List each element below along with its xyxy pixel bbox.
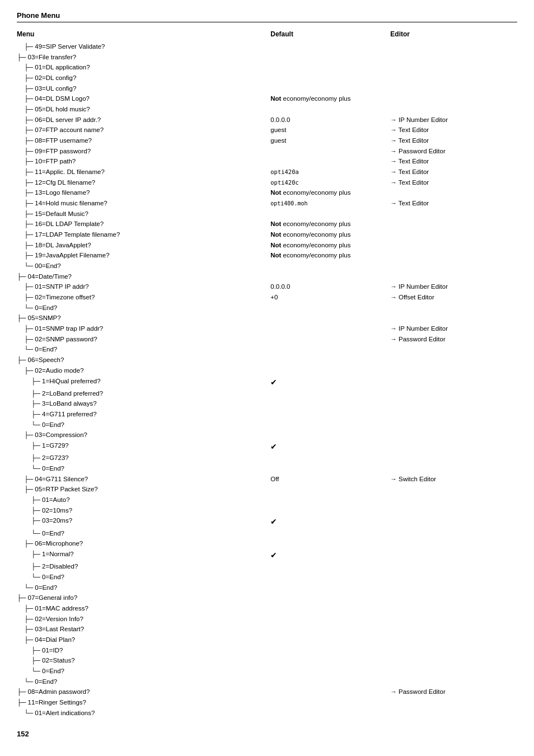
default-cell: Not economy/economy plus [270,187,390,198]
table-row: ├─ 16=DL LDAP Template?Not economy/econo… [17,219,517,229]
menu-cell: └─ 0=End? [17,344,270,355]
menu-cell: ├─ 49=SIP Server Validate? [17,41,270,52]
table-row: ├─ 01=MAC address? [17,603,517,614]
table-row: ├─ 02=Version Info? [17,614,517,624]
menu-cell: ├─ 12=Cfg DL filename? [17,177,270,188]
menu-cell: ├─ 17=LDAP Template filename? [17,229,270,240]
editor-cell [390,572,517,583]
default-cell [270,614,390,624]
menu-cell: ├─ 16=DL LDAP Template? [17,219,270,229]
menu-cell: ├─ 4=G711 preferred? [17,409,270,420]
editor-cell [390,484,517,495]
default-cell: Not economy/economy plus [270,240,390,251]
table-row: ├─ 07=General info? [17,593,517,603]
table-row: └─ 0=End? [17,572,517,583]
editor-cell [390,666,517,677]
editor-cell [390,420,517,430]
menu-cell: ├─ 01=MAC address? [17,603,270,614]
default-cell: Not economy/economy plus [270,229,390,240]
menu-cell: ├─ 01=SNTP IP addr? [17,281,270,292]
editor-cell: → Switch Editor [390,474,517,485]
menu-cell: ├─ 02=Audio mode? [17,365,270,376]
default-cell [270,83,390,94]
editor-cell: → Offset Editor [390,292,517,303]
default-cell: Not economy/economy plus [270,219,390,229]
editor-cell: → Password Editor [390,687,517,697]
default-cell [270,505,390,516]
table-row: ├─ 01=ID? [17,645,517,656]
table-row: ├─ 3=LoBand always? [17,398,517,409]
table-row: ├─ 18=DL JavaApplet?Not economy/economy … [17,240,517,251]
menu-cell: ├─ 05=RTP Packet Size? [17,484,270,495]
menu-cell: ├─ 03=20ms? [17,515,270,528]
table-row: ├─ 19=JavaApplet Filename?Not economy/ec… [17,250,517,261]
default-cell [270,334,390,345]
editor-cell: → Text Editor [390,156,517,167]
table-row: ├─ 02=SNMP password?→ Password Editor [17,334,517,345]
default-cell: opti420a [270,167,390,177]
menu-cell: ├─ 2=LoBand preferred? [17,388,270,399]
menu-cell: ├─ 14=Hold music filename? [17,198,270,209]
editor-cell [390,271,517,282]
default-cell: ✔ [270,549,390,561]
default-cell: ✔ [270,376,390,388]
table-row: ├─ 05=DL hold music? [17,104,517,115]
default-cell [270,430,390,440]
default-cell [270,344,390,355]
menu-cell: ├─ 2=Disabled? [17,561,270,572]
menu-cell: └─ 0=End? [17,666,270,677]
menu-cell: ├─ 01=Auto? [17,495,270,505]
table-row: ├─ 4=G711 preferred? [17,409,517,420]
editor-cell [390,261,517,271]
default-cell [270,484,390,495]
menu-cell: ├─ 04=DL DSM Logo? [17,93,270,104]
menu-cell: └─ 01=Alert indications? [17,708,270,719]
default-cell [270,528,390,539]
editor-cell [390,635,517,645]
default-cell [270,355,390,365]
default-cell: ✔ [270,515,390,528]
menu-cell: ├─ 02=Status? [17,655,270,666]
menu-cell: ├─ 01=ID? [17,645,270,656]
table-row: ├─ 11=Ringer Settings? [17,697,517,708]
editor-cell [390,515,517,528]
table-row: ├─ 1=Normal?✔ [17,549,517,561]
editor-cell [390,187,517,198]
menu-cell: └─ 0=End? [17,583,270,593]
default-cell [270,655,390,666]
editor-cell [390,505,517,516]
table-row: ├─ 14=Hold music filename?opti400.moh→ T… [17,198,517,209]
menu-cell: ├─ 04=Date/Time? [17,271,270,282]
table-row: └─ 0=End? [17,583,517,593]
table-row: ├─ 1=HiQual preferred?✔ [17,376,517,388]
default-cell [270,697,390,708]
default-cell [270,323,390,334]
default-cell [270,209,390,219]
table-row: ├─ 09=FTP password?→ Password Editor [17,146,517,157]
menu-cell: ├─ 08=FTP username? [17,135,270,146]
menu-cell: ├─ 01=DL application? [17,62,270,73]
table-row: ├─ 07=FTP account name?guest→ Text Edito… [17,125,517,135]
editor-cell [390,73,517,83]
table-row: ├─ 06=Microphone? [17,538,517,549]
editor-cell: → IP Number Editor [390,281,517,292]
editor-cell [390,52,517,63]
table-row: └─ 0=End? [17,420,517,430]
editor-cell [390,538,517,549]
menu-cell: ├─ 06=Speech? [17,355,270,365]
editor-cell [390,83,517,94]
table-row: ├─ 15=Default Music? [17,209,517,219]
menu-cell: ├─ 04=G711 Silence? [17,474,270,485]
default-cell [270,313,390,323]
menu-cell: ├─ 02=Timezone offset? [17,292,270,303]
editor-cell: → Text Editor [390,177,517,188]
default-cell [270,635,390,645]
menu-cell: ├─ 3=LoBand always? [17,398,270,409]
editor-cell [390,561,517,572]
default-cell [270,708,390,719]
default-cell: 0.0.0.0 [270,115,390,125]
default-cell: Not economy/economy plus [270,93,390,104]
editor-cell [390,708,517,719]
editor-cell: → Text Editor [390,135,517,146]
table-row: ├─ 01=Auto? [17,495,517,505]
